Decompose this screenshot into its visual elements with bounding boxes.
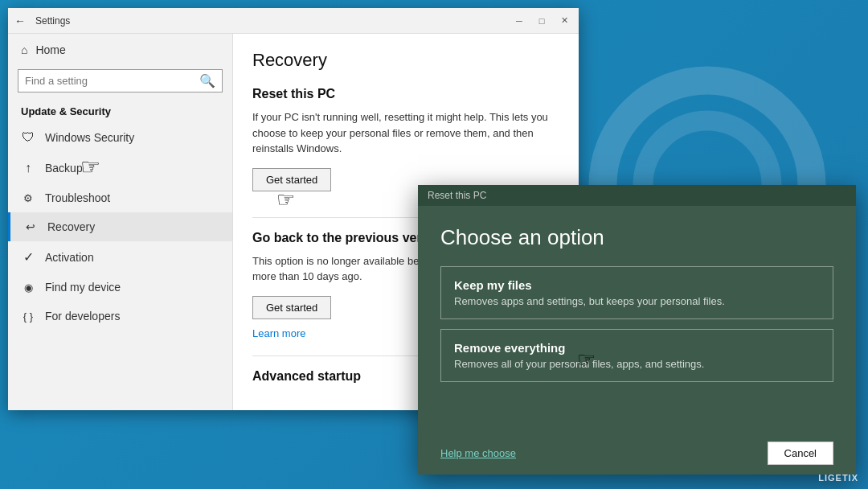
sidebar-label-backup: Backup [45,162,83,175]
find-device-icon: ◉ [21,281,35,294]
search-input[interactable] [25,75,194,87]
reset-option-keep-files[interactable]: Keep my files Removes apps and settings,… [440,266,833,319]
reset-get-started-button[interactable]: Get started [252,168,331,191]
reset-section-heading: Reset this PC [252,87,559,101]
sidebar-label-activation: Activation [45,251,94,264]
sidebar-label-find-my-device: Find my device [45,281,121,294]
reset-option-remove-everything[interactable]: Remove everything Removes all of your pe… [440,329,833,382]
backup-icon: ↑ [21,161,35,175]
minimize-button[interactable]: ─ [511,13,527,29]
activation-icon: ✓ [21,249,35,265]
maximize-button[interactable]: □ [534,13,550,29]
sidebar-item-for-developers[interactable]: { } For developers [8,302,232,331]
back-button[interactable]: ← [14,14,26,27]
sidebar-section-header: Update & Security [8,99,232,122]
keep-files-desc: Removes apps and settings, but keeps you… [454,295,820,307]
cancel-button[interactable]: Cancel [768,442,833,465]
reset-dialog-titlebar: Reset this PC [418,185,856,206]
reset-dialog-title: Reset this PC [428,190,486,201]
reset-dialog-footer: Help me choose Cancel [418,432,856,475]
sidebar-label-for-developers: For developers [45,310,120,323]
developers-icon: { } [21,310,35,323]
reset-dialog-heading: Choose an option [440,225,833,250]
sidebar-item-home[interactable]: ⌂ Home [8,34,232,66]
watermark: LIGETIX [818,473,858,483]
sidebar-item-troubleshoot[interactable]: ⚙ Troubleshoot [8,183,232,212]
home-label: Home [35,43,65,56]
sidebar-label-windows-security: Windows Security [45,131,134,144]
sidebar: ⌂ Home 🔍 Update & Security 🛡 Windows Sec… [8,34,233,410]
sidebar-item-backup[interactable]: ↑ Backup [8,153,232,183]
sidebar-item-windows-security[interactable]: 🛡 Windows Security [8,122,232,153]
keep-files-title: Keep my files [454,278,820,292]
troubleshoot-icon: ⚙ [21,192,35,204]
sidebar-item-activation[interactable]: ✓ Activation [8,241,232,273]
title-bar: ← Settings ─ □ ✕ [8,8,579,34]
search-box[interactable]: 🔍 [18,69,223,92]
recovery-icon: ↩ [23,220,38,233]
search-icon: 🔍 [199,73,215,88]
help-me-choose-link[interactable]: Help me choose [440,447,516,459]
window-title: Settings [35,15,70,27]
window-controls: ─ □ ✕ [511,13,572,29]
sidebar-item-find-my-device[interactable]: ◉ Find my device [8,273,232,302]
reset-dialog-body: Choose an option Keep my files Removes a… [418,206,856,432]
reset-section-desc: If your PC isn't running well, resetting… [252,109,559,157]
remove-everything-title: Remove everything [454,341,820,355]
close-button[interactable]: ✕ [556,13,572,29]
sidebar-label-recovery: Recovery [47,220,95,233]
sidebar-label-troubleshoot: Troubleshoot [45,191,110,204]
home-icon: ⌂ [21,43,27,56]
reset-dialog: Reset this PC Choose an option Keep my f… [418,185,856,475]
page-title: Recovery [252,50,559,71]
sidebar-item-recovery[interactable]: ↩ Recovery [8,212,232,241]
shield-icon: 🛡 [21,130,35,145]
remove-everything-desc: Removes all of your personal files, apps… [454,358,820,370]
go-back-get-started-button[interactable]: Get started [252,296,331,319]
